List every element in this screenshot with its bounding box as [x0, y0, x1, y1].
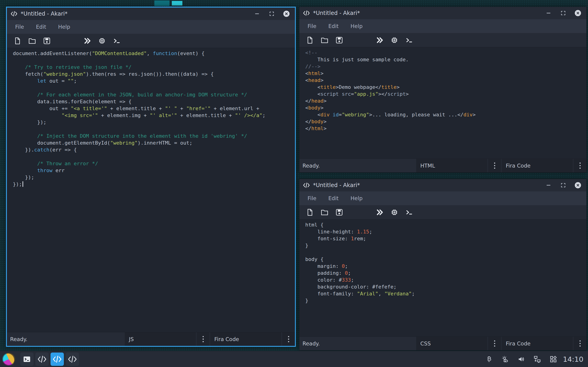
window-title: *Untitled - Akari*	[21, 10, 250, 17]
maximize-button[interactable]	[559, 181, 567, 189]
menu-edit[interactable]: Edit	[30, 24, 52, 30]
code-editor[interactable]: html { line-height: 1.15; font-size: 1re…	[299, 219, 586, 336]
menu-edit[interactable]: Edit	[323, 195, 345, 201]
dashboard-icon[interactable]	[549, 355, 557, 363]
status-bar: Ready. HTML Fira Code	[299, 158, 586, 172]
status-message: Ready.	[299, 159, 416, 172]
code-app-icon	[11, 11, 17, 17]
toolbar	[299, 33, 586, 47]
open-folder-button[interactable]	[319, 207, 330, 217]
menu-bar: File Edit Help	[299, 192, 586, 205]
minimize-button[interactable]	[253, 10, 261, 18]
taskbar: 14:10	[0, 351, 588, 367]
language-select[interactable]: JS	[125, 332, 196, 346]
chip-button[interactable]	[97, 36, 107, 46]
network-disconnected-icon[interactable]	[533, 355, 541, 363]
new-file-button[interactable]	[305, 35, 315, 45]
titlebar[interactable]: *Untitled - Akari*	[299, 7, 586, 19]
language-menu-button[interactable]	[197, 332, 209, 346]
code-editor[interactable]: document.addEventListener("DOMContentLoa…	[7, 48, 295, 332]
toolbar	[299, 205, 586, 219]
editor-window-js: *Untitled - Akari* File Edit Help docume…	[6, 7, 296, 347]
task-button-terminal[interactable]	[20, 352, 34, 366]
save-button[interactable]	[334, 207, 344, 217]
task-button-editor-3[interactable]	[66, 352, 79, 366]
task-button-editor-1[interactable]	[35, 352, 49, 366]
menu-bar: File Edit Help	[299, 19, 586, 33]
menu-help[interactable]: Help	[345, 23, 368, 29]
font-select[interactable]: Fira Code	[210, 332, 281, 346]
system-tray	[485, 355, 557, 363]
close-button[interactable]	[282, 10, 290, 18]
status-bar: Ready. JS Fira Code	[7, 332, 295, 346]
menu-edit[interactable]: Edit	[323, 23, 345, 29]
weather-icon[interactable]	[501, 355, 509, 363]
bitcoin-icon[interactable]	[485, 355, 493, 363]
titlebar[interactable]: *Untitled - Akari*	[7, 8, 295, 20]
code-app-icon	[303, 10, 310, 16]
font-select[interactable]: Fira Code	[502, 159, 573, 172]
menu-bar: File Edit Help	[7, 20, 295, 34]
minimize-button[interactable]	[545, 9, 552, 17]
status-message: Ready.	[7, 332, 124, 346]
close-button[interactable]	[574, 9, 582, 17]
language-menu-button[interactable]	[488, 337, 501, 350]
menu-file[interactable]: File	[9, 24, 30, 30]
menu-help[interactable]: Help	[52, 24, 76, 30]
taskbar-clock[interactable]: 14:10	[563, 355, 583, 363]
font-menu-button[interactable]	[573, 337, 586, 350]
run-button[interactable]	[375, 35, 385, 45]
desktop-artifact	[172, 1, 182, 6]
menu-file[interactable]: File	[302, 195, 323, 201]
language-select[interactable]: HTML	[416, 159, 487, 172]
open-folder-button[interactable]	[319, 35, 330, 45]
status-bar: Ready. CSS Fira Code	[299, 336, 586, 350]
language-menu-button[interactable]	[488, 159, 501, 172]
save-button[interactable]	[42, 36, 52, 46]
code-app-icon	[303, 182, 310, 188]
run-button[interactable]	[82, 36, 92, 46]
terminal-button[interactable]	[404, 207, 414, 217]
menu-file[interactable]: File	[302, 23, 323, 29]
editor-window-css: *Untitled - Akari* File Edit Help html {…	[299, 179, 587, 350]
language-select[interactable]: CSS	[416, 337, 487, 350]
toolbar	[7, 34, 295, 48]
chip-button[interactable]	[389, 35, 400, 45]
chip-button[interactable]	[389, 207, 400, 217]
new-file-button[interactable]	[305, 207, 315, 217]
code-editor[interactable]: <!-- This is just some sample code.//-->…	[299, 47, 586, 158]
window-title: *Untitled - Akari*	[313, 10, 541, 16]
font-menu-button[interactable]	[573, 159, 586, 172]
window-title: *Untitled - Akari*	[313, 182, 541, 188]
minimize-button[interactable]	[545, 181, 552, 189]
status-message: Ready.	[299, 337, 416, 350]
font-menu-button[interactable]	[282, 332, 295, 346]
maximize-button[interactable]	[268, 10, 276, 18]
new-file-button[interactable]	[12, 36, 23, 46]
run-button[interactable]	[375, 207, 385, 217]
maximize-button[interactable]	[559, 9, 567, 17]
editor-window-html: *Untitled - Akari* File Edit Help <!-- T…	[299, 7, 587, 173]
terminal-button[interactable]	[112, 36, 122, 46]
menu-help[interactable]: Help	[345, 195, 368, 201]
font-select[interactable]: Fira Code	[502, 337, 573, 350]
close-button[interactable]	[574, 181, 582, 189]
task-button-editor-2-active[interactable]	[51, 352, 64, 366]
save-button[interactable]	[334, 35, 344, 45]
desktop	[154, 0, 170, 6]
open-folder-button[interactable]	[27, 36, 37, 46]
volume-icon[interactable]	[517, 355, 525, 363]
titlebar[interactable]: *Untitled - Akari*	[299, 179, 586, 192]
app-launcher-button[interactable]	[2, 353, 15, 366]
terminal-button[interactable]	[404, 35, 414, 45]
